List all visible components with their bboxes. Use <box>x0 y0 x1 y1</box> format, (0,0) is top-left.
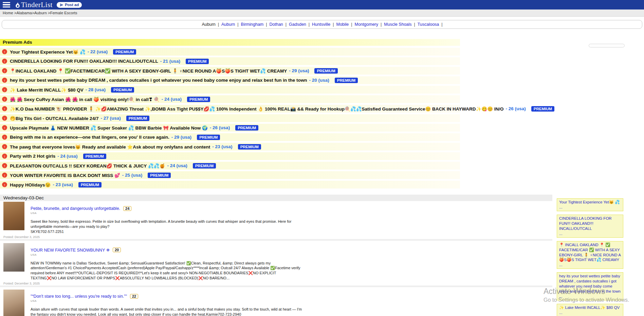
premium-ad-row[interactable]: Party with 2 Hot girls- 24 (usa)PREMIUM <box>0 152 460 160</box>
city-link-montgomery[interactable]: Montgomery <box>355 22 378 27</box>
premium-ad-age: - 26 (usa) <box>210 125 230 130</box>
city-link-huntsville[interactable]: Huntsville <box>312 22 330 27</box>
premium-ad-title[interactable]: Upscale Playmate 👗 NEW NUMBER 💦 Super So… <box>10 125 208 131</box>
premium-ad-title[interactable]: Happy HOlidays😉 <box>10 182 51 187</box>
premium-ad-row[interactable]: The pawg that everyone loves😼 Ready and … <box>0 143 460 151</box>
premium-ad-title[interactable]: Your Tightest Experience Yet😼 💦 <box>10 49 86 55</box>
sidebar-ad-box[interactable]: 📍 INCALL OAKLAND 📍 ✅ FACETIME/CAR ✅ WITH… <box>557 241 623 269</box>
premium-badge: PREMIUM <box>197 135 220 140</box>
paper-plane-icon <box>60 3 63 7</box>
sidebar-ad-more[interactable]: ... <box>559 310 621 315</box>
listing-title-link[interactable]: YOUR NEW FAVORITE SNOWBUNNY ❄ <box>31 248 110 253</box>
listing-title-link[interactable]: Petite, brunette, and dangerously unforg… <box>31 206 120 211</box>
premium-ad-title[interactable]: YOUR WINTER FAVORITE IS BACK DONT MISS 💕 <box>10 173 120 178</box>
city-separator: | <box>414 22 415 27</box>
premium-ad-title[interactable]: hey its your best wettes petite baby DRE… <box>10 78 307 83</box>
sidebar-ad-box[interactable]: Your Tightest Experience Yet😼 💦 ... <box>557 198 623 211</box>
premium-ad-row[interactable]: hey its your best wettes petite baby DRE… <box>0 76 460 84</box>
premium-ad-title[interactable]: ✨ Lake Merritt INCALL✨ $80 QV <box>10 87 84 93</box>
premium-ad-row[interactable]: Upscale Playmate 👗 NEW NUMBER 💦 Super So… <box>0 124 460 132</box>
listing-row[interactable]: YOUR NEW FAVORITE SNOWBUNNY ❄ 20 USA NEW… <box>0 242 552 287</box>
premium-ad-row[interactable]: 🌺 🌺 Sexy CuRvy Asian 🌺 🌺 in call 🍑 visit… <box>0 95 460 103</box>
up-arrow-icon <box>2 97 7 102</box>
premium-badge: PREMIUM <box>531 106 554 112</box>
up-arrow-icon <box>2 135 7 140</box>
sidebar-ad-title[interactable]: 📍 INCALL OAKLAND 📍 ✅ FACETIME/CAR ✅ WITH… <box>559 242 621 263</box>
premium-ad-row[interactable]: PLEASANTON OUTCALLS !! SEXY KOREAN💋 THIC… <box>0 162 460 170</box>
sidebar-ad-title[interactable]: ✨ Lake Merritt INCALL✨ $80 QV <box>559 305 621 310</box>
premium-ad-row[interactable]: 🤭Big Tits Girl - OUTCALL Available 24/7-… <box>0 114 460 122</box>
breadcrumb-bar: Home >Alabama>Auburn >Female Escorts <box>0 9 644 17</box>
city-link-dothan[interactable]: Dothan <box>270 22 283 27</box>
premium-ad-row[interactable]: 📍INCALL OAKLAND 📍 ✅FACETIME/CAR✅ WITH A … <box>0 67 460 75</box>
premium-ad-title[interactable]: Being with me is an experience—one that … <box>10 135 169 140</box>
premium-badge: PREMIUM <box>113 49 136 55</box>
premium-ad-title[interactable]: ✨K.O Daa NUMBER 🐮 PROVIDER 🧍 ✨💋AMAZING T… <box>10 106 504 112</box>
up-arrow-icon <box>2 106 7 111</box>
sidebar-ad-more[interactable]: ... <box>559 294 621 299</box>
sidebar-ad-more[interactable]: ... <box>559 262 621 268</box>
premium-ad-row[interactable]: Your Tightest Experience Yet😼 💦- 22 (usa… <box>0 48 460 56</box>
menu-icon[interactable] <box>3 2 10 7</box>
up-arrow-icon <box>2 116 7 121</box>
city-separator: | <box>218 22 219 27</box>
listing-row[interactable]: "“Don't stare too long... unless you're … <box>0 289 552 316</box>
premium-ad-row[interactable]: Happy HOlidays😉- 23 (usa)PREMIUM <box>0 181 460 189</box>
sidebar-ad-more[interactable]: ... <box>559 205 621 210</box>
listing-row[interactable]: Petite, brunette, and dangerously unforg… <box>0 201 552 241</box>
premium-ad-title[interactable]: 🌺 🌺 Sexy CuRvy Asian 🌺 🌺 in call 🍑 visit… <box>10 97 160 102</box>
flame-icon <box>15 2 20 8</box>
city-link-birmingham[interactable]: Birmingham <box>241 22 264 27</box>
premium-ad-title[interactable]: 📍INCALL OAKLAND 📍 ✅FACETIME/CAR✅ WITH A … <box>10 68 287 74</box>
listing-photo[interactable] <box>3 202 24 230</box>
premium-ad-age: - 27 (usa) <box>100 116 121 121</box>
premium-badge: PREMIUM <box>335 78 358 83</box>
premium-ad-title[interactable]: The pawg that everyone loves😼 Ready and … <box>10 144 210 150</box>
top-navigation-bar: TinderList Post ad <box>0 0 644 9</box>
premium-ad-title[interactable]: PLEASANTON OUTCALLS !! SEXY KOREAN💋 THIC… <box>10 163 165 169</box>
sidebar-ad-box[interactable]: CINDERELLA LOOKING FOR FUN!!! OAKLAND!!!… <box>557 215 623 238</box>
age-badge: 24 <box>123 206 131 211</box>
premium-ad-title[interactable]: CINDERELLA LOOKING FOR FUN!!! OAKLAND!!!… <box>10 59 158 64</box>
city-link-mobile[interactable]: Mobile <box>336 22 349 27</box>
sidebar-ad-title[interactable]: CINDERELLA LOOKING FOR FUN!!! OAKLAND!!!… <box>559 216 621 231</box>
city-link-muscle-shoals[interactable]: Muscle Shoals <box>384 22 411 27</box>
listing-photo[interactable] <box>3 243 24 272</box>
listing-phone: SKYE702-577-2251 <box>31 229 552 234</box>
horizontal-scrollbar-thumb[interactable] <box>589 44 625 47</box>
premium-ad-age: - 29 (usa) <box>289 68 309 73</box>
premium-badge: PREMIUM <box>238 144 261 150</box>
premium-ad-age: - 26 (usa) <box>506 106 526 111</box>
up-arrow-icon <box>2 125 7 130</box>
city-separator: | <box>266 22 267 27</box>
up-arrow-icon <box>2 78 7 83</box>
premium-ad-row[interactable]: Being with me is an experience—one that … <box>0 133 460 141</box>
listing-photo[interactable] <box>3 290 24 316</box>
premium-ad-row[interactable]: YOUR WINTER FAVORITE IS BACK DONT MISS 💕… <box>0 171 460 179</box>
sidebar-ad-box[interactable]: ✨ Lake Merritt INCALL✨ $80 QV ... <box>557 304 623 316</box>
up-arrow-icon <box>2 68 7 73</box>
city-link-tuscaloosa[interactable]: Tuscaloosa <box>418 22 439 27</box>
post-ad-button[interactable]: Post ad <box>57 2 82 8</box>
listing-title-link[interactable]: "“Don't stare too long... unless you're … <box>31 294 127 299</box>
sidebar-ad-box[interactable]: hey its your best wettes petite baby DRE… <box>557 272 623 300</box>
up-arrow-icon <box>2 154 7 159</box>
premium-ad-row[interactable]: ✨ Lake Merritt INCALL✨ $80 QV- 28 (usa)P… <box>0 86 460 94</box>
premium-badge: PREMIUM <box>78 182 102 187</box>
listings-section: Wednesday-03-Dec Petite, brunette, and d… <box>0 195 552 316</box>
city-link-auburn[interactable]: Auburn <box>221 22 235 27</box>
site-logo[interactable]: TinderList <box>15 1 53 9</box>
premium-ad-age: - 28 (usa) <box>86 87 106 92</box>
sidebar-ad-title[interactable]: Your Tightest Experience Yet😼 💦 <box>559 200 621 205</box>
breadcrumb[interactable]: Home >Alabama>Auburn >Female Escorts <box>3 11 77 15</box>
city-separator: | <box>351 22 352 27</box>
sidebar-ad-title[interactable]: hey its your best wettes petite baby DRE… <box>559 274 621 294</box>
premium-ad-title[interactable]: 🤭Big Tits Girl - OUTCALL Available 24/7 <box>10 116 98 121</box>
premium-ad-row[interactable]: CINDERELLA LOOKING FOR FUN!!! OAKLAND!!!… <box>0 57 460 65</box>
premium-ads-header: Premium Ads <box>0 39 460 46</box>
date-header: Wednesday-03-Dec <box>0 195 552 201</box>
city-link-gadsden[interactable]: Gadsden <box>289 22 306 27</box>
premium-ad-title[interactable]: Party with 2 Hot girls <box>10 154 55 159</box>
premium-ad-row[interactable]: ✨K.O Daa NUMBER 🐮 PROVIDER 🧍 ✨💋AMAZING T… <box>0 105 460 113</box>
sidebar-ad-more[interactable]: ... <box>559 231 621 236</box>
